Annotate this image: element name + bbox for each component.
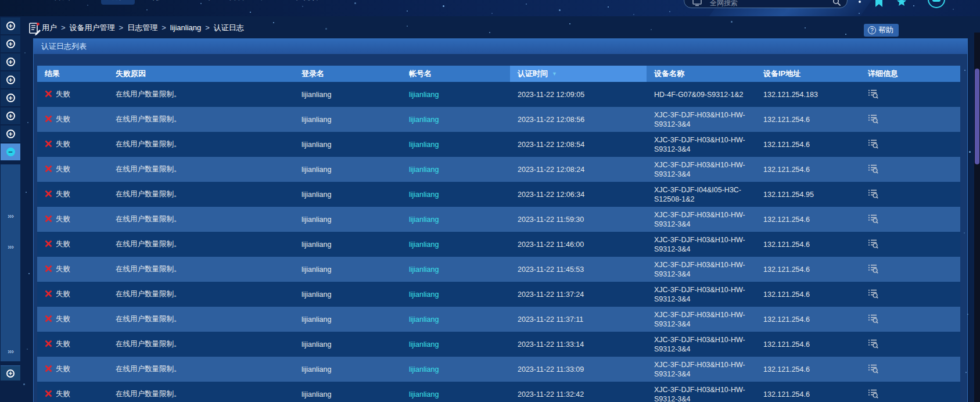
cell-auth-time: 2023-11-22 11:46:00	[510, 241, 647, 249]
account-name-link[interactable]: lijianliang	[409, 340, 439, 349]
account-name-link[interactable]: lijianliang	[409, 166, 439, 174]
nav-item-2[interactable]: 资源	[106, 0, 124, 2]
detail-view-icon[interactable]	[868, 392, 879, 400]
sidebar-collapse-tile[interactable]: −	[1, 143, 20, 160]
nav-item-3[interactable]: 用户	[153, 0, 170, 2]
sidebar-bottom-expand-tile[interactable]: +	[1, 365, 20, 381]
sidebar-expand-tile[interactable]: +	[1, 71, 20, 88]
result-fail: 失败	[45, 339, 108, 349]
nav-item-4[interactable]: 业务	[196, 0, 213, 2]
sidebar-expand-tile[interactable]: +	[1, 53, 20, 70]
account-name-link[interactable]: lijianliang	[409, 216, 439, 224]
column-header-result[interactable]: 结果	[37, 66, 108, 82]
log-document-icon	[28, 21, 42, 35]
plus-icon: +	[6, 130, 15, 138]
account-name-link[interactable]: lijianliang	[409, 241, 439, 249]
nav-item-7[interactable]: 系统管理	[293, 0, 328, 2]
account-name-link[interactable]: lijianliang	[409, 91, 439, 99]
star-icon[interactable]	[896, 0, 907, 8]
plus-icon: +	[6, 76, 15, 84]
cell-detail	[860, 264, 960, 275]
result-fail: 失败	[45, 239, 108, 249]
breadcrumb-separator: >	[205, 23, 210, 32]
account-name-link[interactable]: lijianliang	[409, 315, 439, 324]
breadcrumb-item-4[interactable]: lijianliang	[170, 23, 201, 32]
cell-login-name: lijianliang	[294, 216, 401, 224]
account-name-link[interactable]: lijianliang	[409, 141, 439, 149]
search-icon[interactable]	[832, 0, 841, 6]
breadcrumb-item-2[interactable]: 设备用户管理	[70, 23, 115, 32]
account-name-link[interactable]: lijianliang	[409, 390, 439, 399]
detail-view-icon[interactable]	[868, 117, 879, 125]
fail-x-icon	[45, 340, 52, 349]
vertical-scrollbar[interactable]	[974, 33, 980, 402]
account-name-link[interactable]: lijianliang	[409, 116, 439, 124]
account-name-link[interactable]: lijianliang	[409, 265, 439, 274]
column-header-reason[interactable]: 失败原因	[108, 66, 294, 82]
account-name-link[interactable]: lijianliang	[409, 191, 439, 199]
detail-view-icon[interactable]	[868, 342, 879, 350]
detail-view-icon[interactable]	[868, 167, 879, 175]
cell-detail	[860, 189, 960, 200]
breadcrumb-item-3[interactable]: 日志管理	[127, 23, 157, 32]
account-name-link[interactable]: lijianliang	[409, 365, 439, 374]
cell-auth-time: 2023-11-22 12:08:54	[510, 141, 647, 149]
sidebar-expand-tile[interactable]: +	[1, 35, 20, 52]
nav-item-5[interactable]: 告警	[228, 0, 246, 2]
detail-view-icon[interactable]	[868, 192, 879, 200]
search-input[interactable]	[709, 0, 807, 8]
nav-item-1[interactable]: 首页	[53, 0, 71, 2]
column-header-login[interactable]: 登录名	[294, 66, 401, 82]
column-header-detail[interactable]: 详细信息	[860, 66, 960, 82]
sidebar-chevron-1[interactable]: ›››	[0, 211, 21, 220]
sort-desc-icon[interactable]: ▼	[552, 71, 557, 77]
detail-view-icon[interactable]	[868, 292, 879, 300]
column-header-account[interactable]: 帐号名	[401, 66, 510, 82]
cell-fail-reason: 在线用户数量限制。	[108, 339, 294, 349]
table-row: 失败在线用户数量限制。lijianlianglijianliang2023-11…	[37, 257, 960, 282]
cell-auth-time: 2023-11-22 11:37:11	[510, 315, 647, 324]
detail-view-icon[interactable]	[868, 317, 879, 325]
column-header-ip[interactable]: 设备IP地址	[756, 66, 860, 82]
table-row: 失败在线用户数量限制。lijianlianglijianliang2023-11…	[37, 382, 960, 402]
cell-device-ip: 132.121.254.6	[756, 340, 860, 349]
cell-device-name: XJC-3F-DJF-H03&H10-HW-S9312-3&4	[647, 385, 756, 402]
column-header-device[interactable]: 设备名称	[647, 66, 756, 82]
result-fail: 失败	[45, 264, 108, 274]
result-fail: 失败	[45, 214, 108, 224]
device-name-text: XJC-3F-DJF-H03&H10-HW-S9312-3&4	[654, 235, 749, 254]
detail-view-icon[interactable]	[868, 242, 879, 250]
detail-view-icon[interactable]	[868, 217, 879, 225]
cell-detail	[860, 139, 960, 150]
breadcrumb-item-1[interactable]: 用户	[42, 23, 57, 32]
sidebar-expand-tile[interactable]: +	[1, 89, 20, 106]
scrollbar-thumb[interactable]	[975, 69, 979, 164]
fail-x-icon	[45, 215, 52, 224]
bookmark-icon[interactable]	[874, 0, 884, 8]
sidebar-chevron-2[interactable]: ›››	[0, 242, 21, 251]
column-header-time[interactable]: 认证时间▼	[510, 66, 647, 82]
device-name-text: XJC-3F-DJF-H03&H10-HW-S9312-3&4	[654, 210, 749, 229]
sidebar-chevron-3[interactable]: ›››	[0, 347, 21, 356]
cell-fail-reason: 在线用户数量限制。	[108, 114, 294, 124]
detail-view-icon[interactable]	[868, 267, 879, 275]
account-name-link[interactable]: lijianliang	[409, 290, 439, 299]
sidebar-expand-tile[interactable]: +	[1, 125, 20, 142]
cell-fail-reason: 在线用户数量限制。	[108, 314, 294, 324]
sidebar-expand-tile[interactable]: +	[1, 107, 20, 124]
cell-result: 失败	[37, 314, 108, 324]
help-button[interactable]: ? 帮助	[864, 24, 899, 37]
global-search-box[interactable]	[684, 0, 848, 8]
device-name-text: XJC-3F-DJF-H03&H10-HW-S9312-3&4	[654, 260, 749, 279]
cell-detail	[860, 114, 960, 125]
cell-detail	[860, 239, 960, 250]
nav-item-6[interactable]: 报表	[261, 0, 278, 2]
sidebar-expand-tile[interactable]: +	[1, 17, 20, 34]
detail-view-icon[interactable]	[868, 142, 879, 150]
auth-log-panel: 认证日志列表 结果失败原因登录名帐号名认证时间▼设备名称设备IP地址详细信息 失…	[33, 38, 968, 402]
table-row: 失败在线用户数量限制。lijianlianglijianliang2023-11…	[37, 207, 960, 232]
cell-device-name: XJC-3F-DJF-H03&H10-HW-S9312-3&4	[647, 285, 756, 304]
detail-view-icon[interactable]	[868, 92, 879, 100]
user-avatar[interactable]	[928, 0, 945, 8]
detail-view-icon[interactable]	[868, 367, 879, 375]
